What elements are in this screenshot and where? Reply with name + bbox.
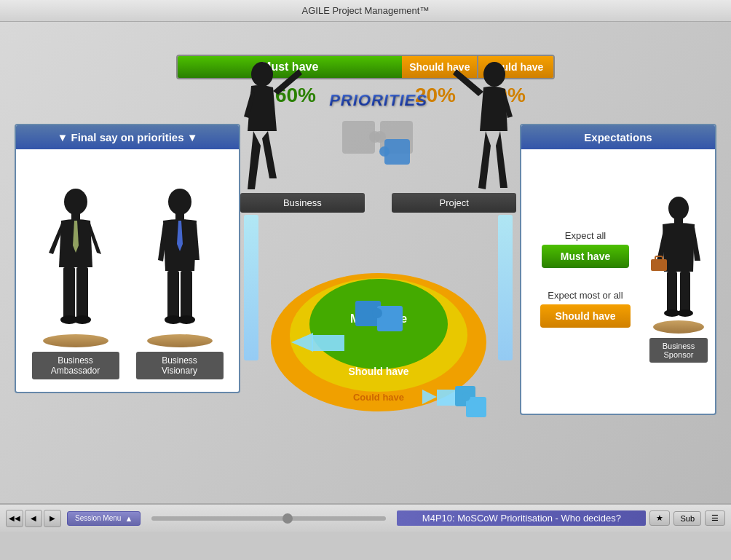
session-menu-button[interactable]: Session Menu ▲ <box>67 511 141 526</box>
sub-button[interactable]: Sub <box>673 511 701 526</box>
svg-text:Should have: Should have <box>348 366 408 377</box>
menu-button[interactable]: ☰ <box>705 510 725 526</box>
figure-business-visionary: BusinessVisionary <box>136 187 224 379</box>
svg-text:Could have: Could have <box>352 392 403 403</box>
base-1 <box>43 334 108 347</box>
window-title: AGILE Project Management™ <box>302 5 430 16</box>
svg-point-28 <box>372 308 382 318</box>
project-label: Project <box>392 193 516 213</box>
svg-point-5 <box>74 315 91 324</box>
expect-all-group: Expect all Must have <box>529 230 642 268</box>
sponsor-figure: BusinessSponsor <box>649 195 708 363</box>
svg-point-6 <box>168 189 191 215</box>
svg-point-16 <box>374 131 386 143</box>
expect-all-label: Expect all <box>565 230 606 241</box>
svg-rect-40 <box>667 272 677 312</box>
prev-button[interactable]: ◀ <box>25 510 42 527</box>
expect-most-group: Expect most or all Should have <box>529 290 642 328</box>
svg-point-19 <box>483 62 505 87</box>
expect-most-label: Expect most or all <box>548 290 623 301</box>
figure-business-ambassador: BusinessAmbassador <box>32 187 119 379</box>
labels-row: Business Project <box>240 193 516 213</box>
next-button[interactable]: ▶ <box>44 510 61 527</box>
left-panel-header: ▼ Final say on priorities ▼ <box>16 125 239 149</box>
sponsor-silhouette <box>649 195 708 319</box>
nav-buttons: ◀◀ ◀ ▶ <box>0 510 67 527</box>
left-arrow-bar <box>244 215 258 360</box>
star-button[interactable]: ★ <box>649 510 670 526</box>
session-menu-label: Session Menu <box>75 514 121 522</box>
left-panel: ▼ Final say on priorities ▼ <box>15 124 240 393</box>
right-arrow-bar <box>498 215 513 360</box>
right-figure <box>443 58 516 197</box>
priorities-title: PRIORITIES <box>329 91 427 110</box>
business-label: Business <box>240 193 365 213</box>
menu-arrow-icon: ▲ <box>125 514 133 523</box>
bottom-right-buttons: ★ Sub ☰ <box>649 510 731 526</box>
ambassador-silhouette <box>43 187 108 333</box>
svg-rect-25 <box>312 335 344 351</box>
figures-row: PRIORITIES <box>240 58 516 197</box>
base-2 <box>147 334 213 347</box>
bottom-bar: ◀◀ ◀ ▶ Session Menu ▲ M4P10: MoSCoW Prio… <box>0 503 731 532</box>
title-bar: AGILE Project Management™ <box>0 0 731 22</box>
sponsor-base <box>653 320 704 334</box>
top-puzzle <box>335 114 422 172</box>
svg-rect-2 <box>63 267 75 318</box>
ambassador-label: BusinessAmbassador <box>32 352 119 379</box>
progress-indicator <box>282 513 293 524</box>
svg-rect-27 <box>377 306 403 331</box>
right-panel: Expectations Expect all Must have Expect… <box>520 124 716 415</box>
right-panel-header: Expectations <box>521 125 715 149</box>
prev-prev-button[interactable]: ◀◀ <box>6 510 23 527</box>
main-content-area: Must have Should have Could have 60% 20%… <box>0 22 731 532</box>
svg-point-18 <box>379 146 390 157</box>
progress-bar[interactable] <box>151 516 386 521</box>
moscow-svg: Must have Should have Could have <box>269 215 488 419</box>
svg-point-12 <box>251 62 273 87</box>
svg-point-11 <box>178 315 195 324</box>
svg-rect-41 <box>680 272 690 312</box>
priorities-heading: PRIORITIES <box>329 91 427 175</box>
svg-point-43 <box>677 309 693 317</box>
should-have-button[interactable]: Should have <box>540 304 630 328</box>
visionary-label: BusinessVisionary <box>136 352 224 379</box>
center-section: PRIORITIES <box>240 66 516 495</box>
sponsor-label: BusinessSponsor <box>649 338 708 363</box>
right-panel-body: Expect all Must have Expect most or all … <box>521 149 715 409</box>
svg-point-36 <box>668 197 689 220</box>
moscow-diagram: Must have Should have Could have <box>269 215 488 422</box>
must-have-button[interactable]: Must have <box>542 245 629 268</box>
slide-title: M4P10: MoSCoW Prioritisation - Who decid… <box>397 510 646 526</box>
svg-point-35 <box>462 393 470 401</box>
svg-rect-3 <box>76 267 88 318</box>
left-figure <box>240 58 313 197</box>
left-panel-body: BusinessAmbassador <box>16 149 239 387</box>
svg-rect-8 <box>167 271 179 318</box>
svg-point-0 <box>64 189 87 215</box>
visionary-silhouette <box>147 187 213 333</box>
expectations-buttons: Expect all Must have Expect most or all … <box>529 230 642 328</box>
bottom-bar-inner: ◀◀ ◀ ▶ Session Menu ▲ M4P10: MoSCoW Prio… <box>0 503 731 532</box>
svg-rect-9 <box>181 271 192 318</box>
